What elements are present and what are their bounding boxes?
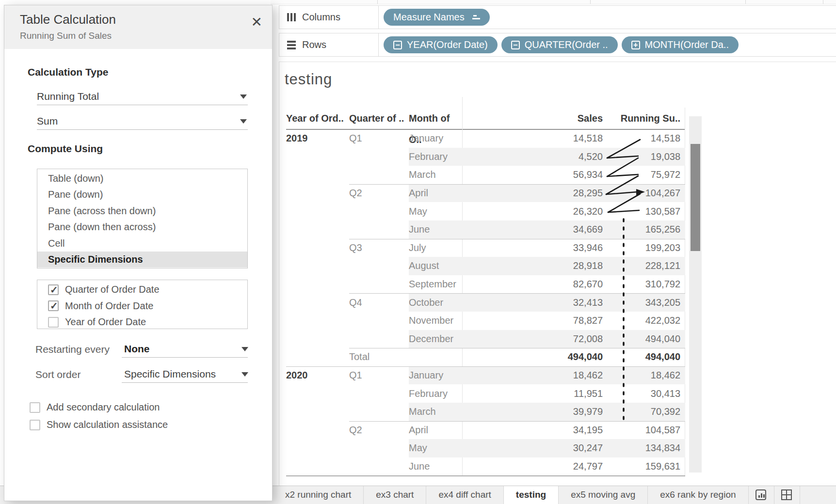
col-header-year[interactable]: Year of Ord.. — [286, 108, 349, 129]
compute-option[interactable]: Pane (across then down) — [37, 203, 247, 219]
run-cell: 310,792 — [608, 279, 685, 290]
qtr-cell: Q2 — [349, 188, 409, 199]
table-row[interactable]: 2020Q1January18,46218,462 — [286, 366, 685, 385]
table-row[interactable]: Q3July33,946199,203 — [286, 239, 685, 257]
sheet-tabs: x2 running chartex3 chartex4 diff chartt… — [273, 486, 749, 504]
run-cell: 159,631 — [608, 461, 685, 472]
month-cell: August — [409, 260, 462, 271]
table-total-row[interactable]: Total494,040494,040 — [286, 348, 685, 366]
restarting-every-label: Restarting every — [35, 344, 110, 355]
col-header-month[interactable]: Month of O.. — [409, 108, 462, 129]
restarting-every-dropdown[interactable]: None — [124, 343, 150, 355]
table-row[interactable]: May26,320130,587 — [286, 202, 685, 220]
table-row[interactable]: November78,827422,032 — [286, 312, 685, 330]
dropdown-underline — [37, 129, 248, 130]
table-row[interactable]: June24,797159,631 — [286, 457, 685, 476]
month-cell: April — [409, 188, 462, 199]
sort-bars-icon[interactable] — [472, 15, 480, 19]
close-icon[interactable]: ✕ — [251, 14, 262, 30]
month-cell: February — [409, 151, 462, 162]
new-dashboard-icon[interactable] — [774, 486, 800, 504]
field-pill[interactable]: −QUARTER(Order .. — [501, 36, 618, 53]
compute-option[interactable]: Specific Dimensions — [37, 252, 247, 268]
col-header-sales[interactable]: Sales — [462, 108, 608, 129]
table-row[interactable]: September82,670310,792 — [286, 275, 685, 294]
table-row[interactable]: May30,247134,834 — [286, 439, 685, 457]
table-row[interactable]: December72,008494,040 — [286, 330, 685, 348]
toolbar-divider — [745, 0, 746, 4]
compute-option[interactable]: Pane (down) — [37, 187, 247, 203]
chevron-down-icon[interactable] — [240, 119, 247, 124]
table-row[interactable]: February4,52019,038 — [286, 148, 685, 166]
dimensions-checkbox-group: ✓Quarter of Order Date✓Month of Order Da… — [37, 280, 248, 329]
sheet-tab[interactable]: ex4 diff chart — [426, 486, 503, 504]
table-row[interactable]: June34,669165,256 — [286, 220, 685, 239]
compute-option[interactable]: Cell — [37, 236, 247, 252]
run-cell: 70,392 — [608, 406, 685, 417]
table-row[interactable]: August28,918228,121 — [286, 257, 685, 275]
table-row[interactable]: February11,95130,413 — [286, 384, 685, 403]
col-header-running[interactable]: Running Su.. — [608, 108, 685, 129]
run-cell: 134,834 — [608, 442, 685, 454]
pane-divider — [349, 421, 685, 422]
run-cell: 104,587 — [608, 425, 685, 436]
collapse-box-icon[interactable]: − — [511, 41, 520, 49]
scrollbar-thumb[interactable] — [691, 144, 700, 251]
dimension-checkbox[interactable]: ✓ — [48, 317, 59, 328]
chevron-down-icon[interactable] — [241, 347, 248, 351]
calc-agg-dropdown[interactable]: Sum — [37, 115, 58, 127]
compute-option[interactable]: Table (down) — [37, 171, 247, 187]
show-calculation-assistance-checkbox[interactable]: ✓ — [30, 420, 40, 430]
qtr-cell: Q2 — [349, 425, 409, 436]
year-cell: 2020 — [286, 370, 349, 381]
month-cell: December — [409, 333, 462, 345]
add-secondary-calculation-checkbox[interactable]: ✓ — [30, 402, 40, 413]
calc-type-dropdown[interactable]: Running Total — [37, 91, 99, 102]
table-row[interactable]: Q4October32,413343,205 — [286, 293, 685, 312]
table-row[interactable]: 2019Q1January14,51814,518 — [286, 129, 685, 148]
chevron-down-icon[interactable] — [240, 94, 247, 99]
run-cell: 199,203 — [608, 242, 685, 253]
sheet-border — [279, 62, 279, 486]
sheet-tab[interactable]: ex3 chart — [364, 486, 426, 504]
month-cell: February — [409, 388, 462, 399]
table-row[interactable]: March56,93475,972 — [286, 166, 685, 184]
pill-label: Measure Names — [393, 12, 465, 23]
dimension-label: Quarter of Order Date — [65, 284, 160, 295]
sheet-tab-active[interactable]: testing — [504, 486, 559, 504]
field-pill[interactable]: Measure Names — [384, 9, 490, 26]
sheet-tab[interactable]: ex5 moving avg — [559, 486, 648, 504]
dimension-checkbox[interactable]: ✓ — [48, 284, 59, 295]
vertical-scrollbar[interactable] — [689, 116, 702, 472]
rows-bars-icon — [287, 41, 296, 49]
sheet-tab[interactable]: x2 running chart — [273, 486, 364, 504]
toolbar-divider — [823, 0, 823, 4]
field-pill[interactable]: −YEAR(Order Date) — [384, 36, 498, 53]
table-calculation-dialog: Table Calculation Running Sum of Sales ✕… — [4, 5, 273, 501]
dropdown-underline — [37, 105, 248, 105]
run-cell: 104,267 — [608, 188, 685, 199]
sales-cell: 11,951 — [462, 388, 608, 399]
compute-option[interactable]: Pane (down then across) — [37, 219, 247, 235]
sales-cell: 494,040 — [462, 351, 608, 362]
dimension-row: ✓Year of Order Date — [48, 316, 146, 328]
sort-order-dropdown[interactable]: Specific Dimensions — [124, 368, 216, 380]
columns-shelf-header: Columns — [279, 6, 379, 29]
table-row[interactable]: Q2April28,295104,267 — [286, 184, 685, 203]
sheet-tab[interactable]: ex6 rank by region — [648, 486, 748, 504]
columns-shelf-label: Columns — [302, 12, 340, 23]
toolbar-edge — [271, 0, 836, 4]
dialog-subtitle: Running Sum of Sales — [20, 31, 112, 41]
col-header-quarter[interactable]: Quarter of .. — [349, 108, 409, 129]
expand-box-icon[interactable]: + — [631, 41, 640, 49]
chevron-down-icon[interactable] — [241, 372, 248, 377]
run-cell: 422,032 — [608, 315, 685, 326]
collapse-box-icon[interactable]: − — [393, 41, 402, 49]
assistance-label: Show calculation assistance — [47, 419, 168, 430]
field-pill[interactable]: +MONTH(Order Da.. — [622, 36, 739, 53]
new-worksheet-icon[interactable] — [749, 486, 774, 504]
dropdown-underline — [122, 382, 248, 383]
table-row[interactable]: March39,97970,392 — [286, 403, 685, 421]
dimension-checkbox[interactable]: ✓ — [48, 300, 59, 311]
table-row[interactable]: Q2April34,195104,587 — [286, 421, 685, 440]
